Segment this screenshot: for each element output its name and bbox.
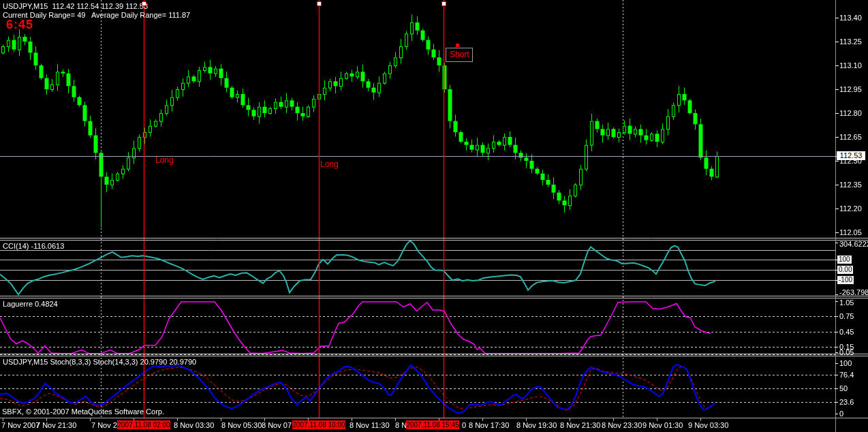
laguerre-scale-label: 0.75 xyxy=(839,312,854,320)
vline-date-chip: 2007.11.08 02:00 xyxy=(117,420,170,429)
mt4-chart-window: USDJPY,M15 112.42 112.54 112.39 112.53 C… xyxy=(0,0,868,432)
vline-handle[interactable] xyxy=(142,1,146,6)
time-axis-label: 8 Nov 03:30 xyxy=(174,421,214,429)
price-scale-label: 113.25 xyxy=(839,37,862,46)
bar-countdown-clock: 6:45 xyxy=(6,18,33,32)
laguerre-panel-label: Laguerre 0.4824 xyxy=(3,300,58,308)
vline-date-chip: 2007.11.08 10:00 xyxy=(292,420,345,429)
time-axis-label: 8 Nov 19:30 xyxy=(516,421,557,429)
chart-canvas[interactable] xyxy=(0,0,868,432)
short-label-drag-handle[interactable] xyxy=(456,44,459,47)
vline-handle[interactable] xyxy=(441,1,446,6)
long-trade-label[interactable]: Long xyxy=(155,155,174,165)
cci-level-chip: 0.00 xyxy=(837,266,853,274)
time-axis-label: 7 Nov 21:30 xyxy=(36,421,76,429)
stoch-scale-label: 100 xyxy=(839,359,852,367)
price-scale-label: 112.95 xyxy=(839,85,862,93)
laguerre-scale-label: 0.05 xyxy=(839,348,854,356)
time-axis-label: 8 Nov 21:30 xyxy=(560,421,600,429)
stoch-scale-label: 0 xyxy=(839,410,843,418)
stoch-scale-label: 23.6 xyxy=(839,398,854,406)
time-axis-label: 9 Nov 03:30 xyxy=(688,421,728,429)
cci-scale-min: -263.798 xyxy=(839,288,868,296)
time-axis-label: 9 Nov 01:30 xyxy=(642,421,683,429)
time-axis-label: 8 Nov 17:30 xyxy=(469,421,509,429)
time-axis-label: 7 Nov 2007 xyxy=(1,421,40,429)
time-axis-label-fragment: 0 xyxy=(462,421,466,429)
laguerre-scale-label: 0.45 xyxy=(839,328,854,336)
price-scale-label: 112.20 xyxy=(839,204,862,213)
price-scale-label: 112.05 xyxy=(839,228,862,236)
price-scale-label: 112.35 xyxy=(839,181,862,189)
vline-date-chip: 2007.11.08 15:45 xyxy=(406,420,459,429)
cci-scale-max: 304.6222 xyxy=(839,240,868,248)
short-trade-label[interactable]: Short xyxy=(446,48,473,62)
stoch-scale-label: 76.4 xyxy=(839,371,854,379)
cci-level-chip: 100 xyxy=(837,256,852,264)
stoch-panel-label: USDJPY,M15 Stoch(8,3,3) Stoch(14,3,3) 20… xyxy=(3,358,196,366)
stoch-scale-label: 50 xyxy=(839,384,848,392)
time-axis-label: 8 Nov 05:30 xyxy=(221,421,262,429)
copyright-label: SBFX, © 2001-2007 MetaQuotes Software Co… xyxy=(2,407,164,416)
price-scale-label: 112.65 xyxy=(839,133,862,141)
laguerre-scale-label: 1.05 xyxy=(839,298,854,307)
cci-level-chip: -100 xyxy=(837,276,854,284)
vline-handle[interactable] xyxy=(317,1,322,6)
cci-panel-label: CCI(14) -116.0613 xyxy=(3,242,64,250)
price-scale-label: 113.40 xyxy=(839,14,862,22)
time-axis-label: 8 Nov 23:30 xyxy=(602,421,642,429)
price-scale-label: 112.50 xyxy=(839,157,862,165)
time-axis-label: 8 Nov 11:30 xyxy=(350,421,390,429)
symbol-ohlc-label: USDJPY,M15 112.42 112.54 112.39 112.53 xyxy=(3,2,148,10)
price-scale-label: 112.80 xyxy=(839,109,862,117)
price-scale-label: 113.10 xyxy=(839,61,862,70)
long-trade-label[interactable]: Long xyxy=(320,159,339,169)
